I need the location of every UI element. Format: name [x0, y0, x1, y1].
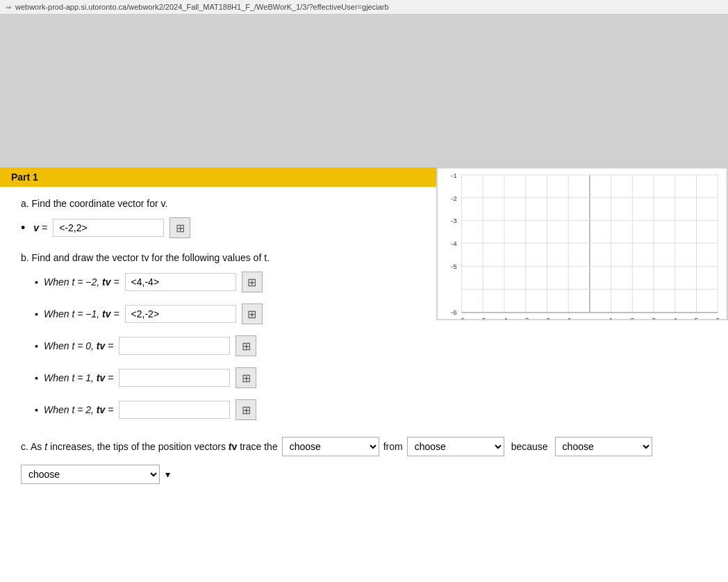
choose-dropdown-1[interactable]: choose	[282, 437, 379, 456]
because-label: because	[511, 441, 548, 452]
tv-row-2: ▪ When t = 0, tv = ⊞	[35, 335, 707, 356]
browser-url: webwork-prod-app.si.utoronto.ca/webwork2…	[15, 3, 389, 11]
tv-input-4[interactable]	[119, 401, 230, 419]
svg-text:3: 3	[652, 316, 656, 319]
choose-bottom-row: choose ▾	[21, 465, 707, 484]
browser-bar: ⇒ webwork-prod-app.si.utoronto.ca/webwor…	[0, 0, 728, 15]
svg-text:-2: -2	[451, 194, 457, 202]
bullet-sq-4: ▪	[35, 404, 38, 415]
svg-text:5: 5	[695, 316, 699, 319]
svg-text:-2: -2	[544, 316, 550, 319]
tv-label-3: When t = 1, tv =	[44, 372, 113, 383]
choose-dropdown-2[interactable]: choose	[407, 437, 504, 456]
svg-text:-4: -4	[502, 316, 508, 319]
svg-rect-0	[438, 168, 727, 319]
tv-input-1[interactable]	[125, 305, 236, 323]
main-content: -1 -2 -3 -4 -5 -6 -6 -5 -4 -3 -2 -1 1 2 …	[0, 167, 728, 582]
svg-text:1: 1	[609, 316, 613, 319]
svg-text:-5: -5	[451, 263, 457, 270]
chart-container: -1 -2 -3 -4 -5 -6 -6 -5 -4 -3 -2 -1 1 2 …	[436, 167, 728, 320]
section-c-label: c. As t increases, the tips of the posit…	[21, 441, 278, 452]
bullet-sq-2: ▪	[35, 340, 38, 351]
tv-label-1: When t = −1, tv =	[44, 308, 119, 319]
bullet-sq-1: ▪	[35, 308, 38, 319]
svg-text:-3: -3	[522, 316, 529, 319]
tv-grid-btn-4[interactable]: ⊞	[235, 399, 256, 420]
choose-dropdown-4[interactable]: choose	[21, 465, 160, 484]
tv-label-2: When t = 0, tv =	[44, 340, 113, 351]
bullet-sq-0: ▪	[35, 276, 38, 288]
tv-label-0: When t = −2, tv =	[44, 276, 119, 288]
tv-row-4: ▪ When t = 2, tv = ⊞	[35, 399, 707, 420]
svg-text:-1: -1	[565, 316, 572, 319]
part1-label: Part 1	[11, 172, 38, 183]
tv-row-3: ▪ When t = 1, tv = ⊞	[35, 367, 707, 388]
v-grid-button[interactable]: ⊞	[169, 217, 190, 238]
svg-text:-6: -6	[458, 316, 465, 319]
from-label: from	[383, 441, 403, 452]
section-c: c. As t increases, the tips of the posit…	[21, 437, 707, 484]
tv-grid-btn-3[interactable]: ⊞	[235, 367, 256, 388]
tv-input-2[interactable]	[119, 337, 230, 355]
chart-svg: -1 -2 -3 -4 -5 -6 -6 -5 -4 -3 -2 -1 1 2 …	[437, 168, 727, 319]
tv-grid-btn-2[interactable]: ⊞	[235, 335, 256, 356]
bullet-sq-3: ▪	[35, 372, 38, 383]
tv-grid-btn-0[interactable]: ⊞	[242, 272, 263, 292]
v-input[interactable]	[53, 219, 164, 237]
svg-text:4: 4	[673, 316, 677, 319]
v-label: v =	[33, 222, 47, 233]
choose-dropdown-3[interactable]: choose	[555, 437, 652, 456]
svg-text:-5: -5	[480, 316, 486, 319]
svg-text:-6: -6	[451, 308, 457, 316]
section-c-row: c. As t increases, the tips of the posit…	[21, 437, 707, 456]
svg-text:-1: -1	[451, 172, 457, 179]
svg-text:2: 2	[631, 316, 635, 319]
tv-input-3[interactable]	[119, 369, 230, 387]
chevron-down-icon: ▾	[165, 469, 170, 480]
bullet-dot: •	[21, 221, 25, 235]
svg-text:-3: -3	[451, 217, 457, 224]
tv-grid-btn-1[interactable]: ⊞	[242, 304, 263, 324]
tv-input-0[interactable]	[125, 273, 236, 291]
tv-label-4: When t = 2, tv =	[44, 404, 113, 415]
svg-text:6: 6	[715, 316, 720, 319]
svg-text:-4: -4	[451, 240, 457, 247]
browser-icon: ⇒	[6, 3, 11, 11]
